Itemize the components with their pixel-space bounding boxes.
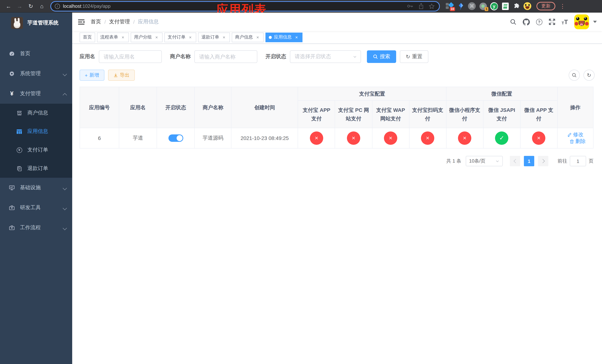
- reset-button[interactable]: ↻ 重置: [400, 50, 428, 63]
- site-info-icon[interactable]: i: [55, 3, 60, 9]
- col-merchant: 商户名称: [194, 87, 231, 128]
- refresh-icon: ↻: [587, 72, 591, 78]
- goto-page-input[interactable]: [570, 156, 586, 166]
- delete-link[interactable]: 删除: [570, 138, 586, 145]
- search-icon[interactable]: [510, 19, 516, 25]
- browser-back-icon[interactable]: ←: [4, 1, 13, 11]
- font-size-icon[interactable]: TT: [562, 19, 568, 25]
- current-page-button[interactable]: 1: [524, 156, 534, 166]
- alipay-pc-status-icon: ×: [347, 131, 360, 145]
- edit-link[interactable]: 修改: [567, 131, 583, 138]
- sidebar-item-label: 支付管理: [20, 90, 63, 97]
- close-icon[interactable]: ×: [154, 35, 159, 40]
- monitor-icon: [9, 185, 15, 191]
- sidebar-item-payment[interactable]: ¥ 支付管理: [0, 84, 72, 104]
- search-button[interactable]: 搜索: [367, 50, 396, 63]
- close-icon[interactable]: ×: [255, 35, 260, 40]
- page-size-select[interactable]: 10条/页: [466, 156, 503, 166]
- extension-blue-diamond-icon[interactable]: 10: [446, 2, 453, 10]
- close-icon[interactable]: ×: [120, 35, 126, 40]
- avatar-dropdown-icon[interactable]: [593, 21, 597, 23]
- chevron-down-icon: [63, 206, 67, 210]
- chevron-down-icon: [495, 159, 499, 163]
- col-wechat-app: 微信 APP 支付: [520, 101, 557, 128]
- tab-refund-order[interactable]: 退款订单×: [198, 32, 230, 42]
- sidebar-item-workflow[interactable]: 工作流程: [0, 218, 72, 238]
- app-name-label: 应用名: [80, 53, 95, 60]
- payment-submenu: 商户信息 应用信息 ¥ 支付订单: [0, 104, 72, 178]
- chevron-down-icon: [353, 55, 357, 59]
- bookmark-star-icon[interactable]: [429, 3, 435, 9]
- breadcrumb-home[interactable]: 首页: [91, 19, 101, 25]
- col-wechat-jsapi: 微信 JSAPI 支付: [483, 101, 520, 128]
- alipay-app-status-icon: ×: [310, 131, 323, 145]
- sidebar-item-label: 商户信息: [27, 110, 48, 116]
- close-icon[interactable]: ×: [188, 35, 193, 40]
- sidebar-item-infrastructure[interactable]: 基础设施: [0, 178, 72, 198]
- yen-circle-icon: ¥: [16, 147, 22, 153]
- extension-notes-icon[interactable]: [501, 2, 509, 10]
- sidebar-item-home[interactable]: 首页: [0, 44, 72, 64]
- sidebar-item-refund-order[interactable]: 退款订单: [0, 159, 72, 178]
- sidebar-item-pay-order[interactable]: ¥ 支付订单: [0, 141, 72, 159]
- sidebar-item-merchant-info[interactable]: 商户信息: [0, 104, 72, 122]
- next-page-button[interactable]: [538, 156, 548, 166]
- wechat-jsapi-status-icon: ✓: [495, 131, 508, 145]
- status-select[interactable]: 请选择开启状态: [290, 50, 361, 63]
- pencil-icon: [567, 132, 572, 137]
- sidebar-item-label: 研发工具: [20, 204, 63, 211]
- merchant-name-input[interactable]: [194, 50, 257, 63]
- toggle-search-button[interactable]: [569, 70, 580, 81]
- cell-app-id: 6: [80, 128, 119, 148]
- password-key-icon[interactable]: [407, 4, 414, 8]
- extension-y-icon[interactable]: y: [490, 2, 498, 10]
- share-icon[interactable]: [418, 3, 424, 9]
- address-bar[interactable]: i localhost:1024/pay/app: [50, 1, 440, 11]
- github-icon[interactable]: [523, 18, 530, 25]
- browser-home-icon[interactable]: ⌂: [37, 1, 47, 11]
- sidebar-collapse-icon[interactable]: [78, 19, 85, 25]
- browser-reload-icon[interactable]: ↻: [26, 1, 35, 11]
- extensions-puzzle-icon[interactable]: [512, 2, 520, 10]
- sidebar-item-system[interactable]: 系统管理: [0, 64, 72, 84]
- chrome-update-button[interactable]: 更新: [537, 2, 555, 10]
- sidebar-item-app-info[interactable]: 应用信息: [0, 122, 72, 141]
- extension-kite-icon[interactable]: [457, 2, 465, 10]
- add-button[interactable]: + 新增: [80, 70, 104, 81]
- logo-area[interactable]: 芋道管理系统: [0, 13, 72, 33]
- refresh-table-button[interactable]: ↻: [583, 70, 595, 81]
- extension-tray-icon[interactable]: 1: [479, 2, 487, 10]
- sidebar-item-dev-tools[interactable]: 研发工具: [0, 198, 72, 218]
- chevron-right-icon: [540, 159, 545, 163]
- download-icon: [113, 73, 118, 78]
- prev-page-button[interactable]: [510, 156, 520, 166]
- col-app-name: 应用名: [119, 87, 157, 128]
- sidebar-item-label: 工作流程: [20, 225, 63, 231]
- extension-command-icon[interactable]: ⌘: [468, 2, 476, 10]
- chrome-menu-icon[interactable]: ⋮: [560, 3, 565, 10]
- user-avatar[interactable]: [574, 14, 589, 29]
- tab-process-form[interactable]: 流程表单×: [97, 32, 129, 42]
- cell-merchant: 芋道源码: [194, 128, 231, 148]
- table-row: 6 芋道 芋道源码 2021-10-23 08:49:25 × × × × × …: [80, 128, 593, 148]
- close-icon[interactable]: ×: [221, 35, 226, 40]
- tab-home[interactable]: 首页: [80, 32, 95, 42]
- app-name-input[interactable]: [99, 50, 162, 63]
- help-icon[interactable]: ?: [536, 19, 542, 25]
- breadcrumb-payment[interactable]: 支付管理: [109, 19, 130, 25]
- navbar: 首页 / 支付管理 / 应用信息 ? TT: [72, 13, 602, 31]
- breadcrumb-current: 应用信息: [138, 19, 159, 25]
- fullscreen-icon[interactable]: [549, 19, 555, 25]
- url-text[interactable]: localhost:1024/pay/app: [63, 3, 407, 9]
- page-content: 应用名 商户名称 开启状态 请选择开启状态 搜索 ↻ 重置: [72, 44, 602, 364]
- close-icon[interactable]: ×: [294, 35, 299, 40]
- tab-merchant-info[interactable]: 商户信息×: [232, 32, 264, 42]
- tab-app-info[interactable]: 应用信息×: [266, 32, 302, 42]
- documents-icon: [16, 166, 22, 171]
- status-toggle[interactable]: [168, 134, 183, 142]
- export-button[interactable]: 导出: [108, 70, 135, 81]
- profile-emoji-icon[interactable]: [524, 2, 531, 10]
- col-alipay-app: 支付宝 APP 支付: [298, 101, 335, 128]
- tab-user-group[interactable]: 用户分组×: [131, 32, 162, 42]
- tab-pay-order[interactable]: 支付订单×: [164, 32, 196, 42]
